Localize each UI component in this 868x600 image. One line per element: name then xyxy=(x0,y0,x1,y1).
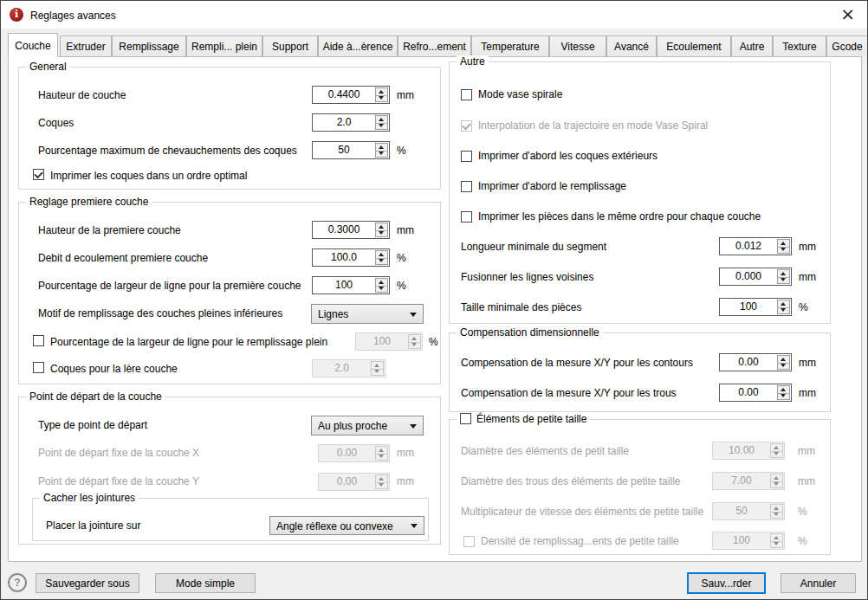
first-layer-flow-spinbox[interactable]: 100.0 xyxy=(312,248,390,267)
checkbox-label: Densité de remplissag...ents de petite t… xyxy=(481,535,679,547)
shells-spinbox[interactable]: 2.0 xyxy=(312,113,390,132)
spin-down-icon[interactable] xyxy=(376,151,387,158)
first-layer-shells-checkbox[interactable] xyxy=(33,362,44,373)
chevron-down-icon xyxy=(411,524,418,528)
cancel-button[interactable]: Annuler xyxy=(781,573,856,593)
save-as-button[interactable]: Sauvegarder sous xyxy=(36,573,139,593)
spin-down-icon[interactable] xyxy=(376,286,387,293)
unit-label: mm xyxy=(798,445,815,457)
spin-down-icon xyxy=(771,451,782,458)
optimal-shell-order-checkbox[interactable] xyxy=(33,169,44,180)
tab-remplissage-plein[interactable]: Rempli... plein xyxy=(186,35,262,56)
xy-compensation-contours-spinbox[interactable]: 0.00 xyxy=(719,353,792,371)
spinner-buttons[interactable] xyxy=(777,355,790,370)
unit-label: % xyxy=(397,145,406,157)
save-button[interactable]: Sauv...rder xyxy=(687,572,766,594)
min-part-size-spinbox[interactable]: 100 xyxy=(719,298,792,316)
spinner-buttons[interactable] xyxy=(375,87,388,102)
app-info-icon: i xyxy=(10,8,23,22)
group-title: Compensation dimensionnelle xyxy=(457,326,603,339)
tab-refroidissement[interactable]: Refro...ement xyxy=(398,35,471,56)
spin-down-icon[interactable] xyxy=(376,123,387,130)
group-reglage-premiere-couche: Reglage premiere couche Hauteur de la pr… xyxy=(18,202,441,384)
chevron-down-icon xyxy=(410,424,417,429)
infill-first-checkbox[interactable] xyxy=(461,181,472,192)
tab-couche[interactable]: Couche xyxy=(8,33,58,57)
field-label: Fusionner les lignes voisines xyxy=(461,271,593,283)
spinner-buttons[interactable] xyxy=(777,239,790,254)
tab-avance[interactable]: Avancé xyxy=(606,35,657,56)
field-label: Taille minimale des pièces xyxy=(461,301,581,313)
spin-down-icon[interactable] xyxy=(376,258,387,265)
outer-shells-first-checkbox[interactable] xyxy=(461,151,472,162)
spin-down-icon[interactable] xyxy=(778,393,789,400)
spinner-buttons xyxy=(770,443,783,458)
spinner-buttons[interactable] xyxy=(375,278,388,293)
min-segment-length-spinbox[interactable]: 0.012 xyxy=(719,237,792,255)
spin-down-icon[interactable] xyxy=(376,95,387,102)
field-label: Point de départ fixe de la couche X xyxy=(38,447,199,459)
merge-lines-spinbox[interactable]: 0.000 xyxy=(719,268,792,286)
spinner-buttons[interactable] xyxy=(375,115,388,130)
group-title: Éléments de petite taille xyxy=(457,413,590,425)
same-part-order-checkbox[interactable] xyxy=(461,211,472,223)
seam-placement-dropdown[interactable]: Angle réflexe ou convexe xyxy=(269,516,424,535)
tab-support[interactable]: Support xyxy=(262,35,318,56)
field-label: Coques xyxy=(38,117,74,129)
unit-label: mm xyxy=(397,475,414,487)
tab-vitesse[interactable]: Vitesse xyxy=(549,35,606,56)
tab-temperature[interactable]: Temperature xyxy=(471,35,549,56)
spin-down-icon[interactable] xyxy=(778,307,789,314)
chevron-down-icon xyxy=(410,313,417,317)
checkbox-label: Imprimer d'abord les coques extérieurs xyxy=(478,150,657,162)
tab-remplissage[interactable]: Remplissage xyxy=(112,35,186,56)
spin-down-icon[interactable] xyxy=(778,277,789,284)
tab-extruder[interactable]: Extruder xyxy=(60,35,112,56)
spinner-buttons[interactable] xyxy=(777,385,790,400)
unit-label: mm xyxy=(799,387,816,399)
solid-fill-line-width-checkbox[interactable] xyxy=(33,335,44,346)
tab-texture[interactable]: Texture xyxy=(773,35,826,56)
first-layer-line-width-spinbox[interactable]: 100 xyxy=(312,276,390,294)
group-title: Autre xyxy=(457,55,489,68)
group-title: Cacher les jointures xyxy=(40,492,139,504)
tab-autre[interactable]: Autre xyxy=(731,35,773,56)
bottom-solid-pattern-dropdown[interactable]: Lignes xyxy=(311,304,424,324)
spin-down-icon[interactable] xyxy=(376,230,387,237)
unit-label: mm xyxy=(397,224,414,236)
spinner-buttons[interactable] xyxy=(777,269,790,284)
field-label: Placer la jointure sur xyxy=(46,519,140,532)
tab-aide-adherence[interactable]: Aide à...èrence xyxy=(318,35,398,56)
spiral-vase-checkbox[interactable] xyxy=(461,89,472,100)
small-feature-infill-density-checkbox xyxy=(463,536,475,547)
small-feature-infill-density-spinbox: 100 xyxy=(712,532,785,550)
simple-mode-button[interactable]: Mode simple xyxy=(155,573,256,593)
checkbox-label: Pourcentage de la largeur de ligne pour … xyxy=(50,336,327,348)
spin-down-icon[interactable] xyxy=(778,363,789,370)
group-autre: Autre Mode vase spirale Interpolation de… xyxy=(449,61,831,324)
spinner-buttons[interactable] xyxy=(375,250,388,265)
tab-gcode[interactable]: Gcode xyxy=(826,35,868,56)
xy-compensation-holes-spinbox[interactable]: 0.00 xyxy=(719,384,792,402)
spinner-buttons[interactable] xyxy=(777,300,790,314)
spin-down-icon xyxy=(376,454,387,461)
field-label: Point de départ fixe de la couche Y xyxy=(38,475,199,487)
start-point-type-dropdown[interactable]: Au plus proche xyxy=(311,416,424,435)
spin-down-icon xyxy=(376,482,387,489)
tab-ecoulement[interactable]: Ecoulement xyxy=(657,35,731,56)
small-features-checkbox[interactable] xyxy=(460,413,471,424)
group-cacher-jointures: Cacher les jointures Placer la jointure … xyxy=(32,498,429,541)
spin-down-icon[interactable] xyxy=(778,247,789,254)
window-title: Reglages avances xyxy=(30,10,116,22)
spinner-buttons[interactable] xyxy=(375,223,388,237)
close-icon[interactable]: × xyxy=(840,3,855,24)
spinner-buttons[interactable] xyxy=(375,143,388,158)
shell-overlap-spinbox[interactable]: 50 xyxy=(312,141,390,159)
checkbox-label: Interpolation de la trajectoire en mode … xyxy=(478,119,708,132)
help-button[interactable]: ? xyxy=(8,573,27,592)
layer-height-spinbox[interactable]: 0.4400 xyxy=(312,86,390,104)
first-layer-height-spinbox[interactable]: 0.3000 xyxy=(312,221,390,239)
field-label: Debit d ecoulement premiere couche xyxy=(38,252,208,264)
spinner-buttons xyxy=(770,474,783,488)
field-label: Diamètre des éléments de petit taille xyxy=(461,445,629,457)
